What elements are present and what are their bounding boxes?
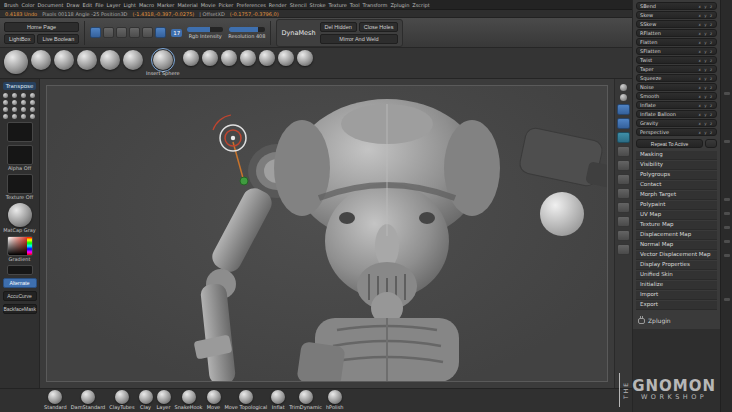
- menu-stencil[interactable]: Stencil: [290, 2, 307, 8]
- brush-sphere[interactable]: [77, 50, 97, 70]
- slider-perspective[interactable]: Perspectivex y z: [636, 128, 717, 136]
- slider-inflate[interactable]: Inflatex y z: [636, 101, 717, 109]
- menu-layer[interactable]: Layer: [107, 2, 121, 8]
- section-vector-displacement-map[interactable]: Vector Displacement Map: [636, 251, 717, 260]
- transpose-tag[interactable]: Transpose: [3, 82, 37, 90]
- xpose-button[interactable]: [617, 244, 630, 255]
- slider-sflatten[interactable]: SFlattenx y z: [636, 47, 717, 55]
- menu-material[interactable]: Material: [177, 2, 197, 8]
- floor-button[interactable]: [617, 160, 630, 171]
- axes-toggle[interactable]: x y z: [699, 103, 713, 108]
- menu-texture[interactable]: Texture: [329, 2, 347, 8]
- axes-toggle[interactable]: x y z: [699, 67, 713, 72]
- home-page-button[interactable]: Home Page: [4, 22, 79, 32]
- accucurve-button[interactable]: AccuCurve: [3, 291, 37, 301]
- mrgb-icon[interactable]: [155, 27, 166, 38]
- slider-inflate-balloon[interactable]: Inflate Balloonx y z: [636, 110, 717, 118]
- brush-sphere[interactable]: [202, 50, 218, 66]
- section-export[interactable]: Export: [636, 301, 717, 310]
- section-initialize[interactable]: Initialize: [636, 281, 717, 290]
- menu-file[interactable]: File: [95, 2, 103, 8]
- slider-sskew[interactable]: SSkewx y z: [636, 20, 717, 28]
- brush-move[interactable]: Move: [207, 390, 221, 410]
- grid-button[interactable]: [617, 118, 630, 129]
- transparency-button[interactable]: [617, 202, 630, 213]
- section-masking[interactable]: Masking: [636, 151, 717, 160]
- brush-clay[interactable]: Clay: [139, 390, 153, 410]
- brush-claytubes[interactable]: ClayTubes: [109, 390, 134, 410]
- color-gradient-area[interactable]: [8, 237, 27, 255]
- section-uv-map[interactable]: UV Map: [636, 211, 717, 220]
- menu-tool[interactable]: Tool: [350, 2, 360, 8]
- menu-edit[interactable]: Edit: [82, 2, 92, 8]
- dock-tab[interactable]: [724, 92, 730, 95]
- material-selector[interactable]: MatCap Gray: [3, 203, 36, 233]
- draw-pointer-icon[interactable]: [103, 27, 114, 38]
- slider-taper[interactable]: Taperx y z: [636, 65, 717, 73]
- live-boolean-button[interactable]: Live Boolean: [37, 34, 79, 44]
- repeat-to-active-button[interactable]: Repeat To Active: [636, 139, 703, 148]
- section-display-properties[interactable]: Display Properties: [636, 261, 717, 270]
- dock-tab[interactable]: [724, 198, 730, 201]
- axes-toggle[interactable]: x y z: [699, 40, 713, 45]
- slider-sbend[interactable]: SBendx y z: [636, 2, 717, 10]
- section-import[interactable]: Import: [636, 291, 717, 300]
- color-picker[interactable]: Gradient: [7, 236, 33, 262]
- ghost-button[interactable]: [617, 216, 630, 227]
- zoom-knob-icon[interactable]: [620, 94, 627, 101]
- repeat-aux-icon[interactable]: [705, 139, 717, 148]
- rgb-intensity-slider[interactable]: Rgb Intensity: [187, 27, 223, 39]
- quick-pick-grid[interactable]: [3, 93, 37, 119]
- axes-toggle[interactable]: x y z: [699, 58, 713, 63]
- section-polypaint[interactable]: Polypaint: [636, 201, 717, 210]
- menu-zscript[interactable]: Zscript: [412, 2, 429, 8]
- menu-render[interactable]: Render: [269, 2, 287, 8]
- menu-macro[interactable]: Macro: [139, 2, 154, 8]
- frame-button[interactable]: [617, 104, 630, 115]
- menu-marker[interactable]: Marker: [157, 2, 174, 8]
- texture-selector[interactable]: Texture Off: [6, 174, 33, 200]
- slider-noise[interactable]: Noisex y z: [636, 83, 717, 91]
- menu-movie[interactable]: Movie: [201, 2, 216, 8]
- brush-sphere[interactable]: [259, 50, 275, 66]
- slider-flatten[interactable]: Flattenx y z: [636, 38, 717, 46]
- close-holes-button[interactable]: Close Holes: [359, 22, 399, 32]
- section-morph-target[interactable]: Morph Target: [636, 191, 717, 200]
- hue-strip[interactable]: [27, 237, 32, 255]
- brush-sphere[interactable]: [278, 50, 294, 66]
- current-brush-slot[interactable]: [7, 122, 33, 142]
- alternate-button[interactable]: Alternate: [3, 278, 37, 288]
- dock-tab[interactable]: [724, 240, 730, 243]
- section-normal-map[interactable]: Normal Map: [636, 241, 717, 250]
- section-contact[interactable]: Contact: [636, 181, 717, 190]
- dock-tab[interactable]: [724, 298, 730, 301]
- brush-layer[interactable]: Layer: [157, 390, 171, 410]
- slider-gravity[interactable]: Gravityx y z: [636, 119, 717, 127]
- brush-damstandard[interactable]: DamStandard: [71, 390, 106, 410]
- edit-object-icon[interactable]: [90, 27, 101, 38]
- axes-toggle[interactable]: x y z: [699, 85, 713, 90]
- menu-document[interactable]: Document: [38, 2, 64, 8]
- brush-sphere[interactable]: [221, 50, 237, 66]
- mirror-and-weld-button[interactable]: Mirror And Weld: [320, 34, 399, 44]
- polyframe-button[interactable]: [617, 188, 630, 199]
- section-polygroups[interactable]: Polygroups: [636, 171, 717, 180]
- menu-color[interactable]: Color: [21, 2, 34, 8]
- brush-sphere[interactable]: [297, 50, 313, 66]
- axes-toggle[interactable]: x y z: [699, 94, 713, 99]
- menu-transform[interactable]: Transform: [363, 2, 388, 8]
- alpha-selector[interactable]: Alpha Off: [7, 145, 33, 171]
- solo-button[interactable]: [617, 230, 630, 241]
- brush-trimdynamic[interactable]: TrimDynamic: [289, 390, 322, 410]
- rotate-mode-icon[interactable]: [142, 27, 153, 38]
- brush-standard[interactable]: Standard: [44, 390, 67, 410]
- brush-hpolish[interactable]: hPolish: [326, 390, 344, 410]
- slider-twist[interactable]: Twistx y z: [636, 56, 717, 64]
- axes-toggle[interactable]: x y z: [699, 121, 713, 126]
- slider-rflatten[interactable]: RFlattenx y z: [636, 29, 717, 37]
- axes-toggle[interactable]: x y z: [699, 22, 713, 27]
- draw-size-value[interactable]: 17: [171, 29, 182, 37]
- scroll-knob-icon[interactable]: [620, 84, 627, 91]
- section-texture-map[interactable]: Texture Map: [636, 221, 717, 230]
- dock-tab[interactable]: [724, 226, 730, 229]
